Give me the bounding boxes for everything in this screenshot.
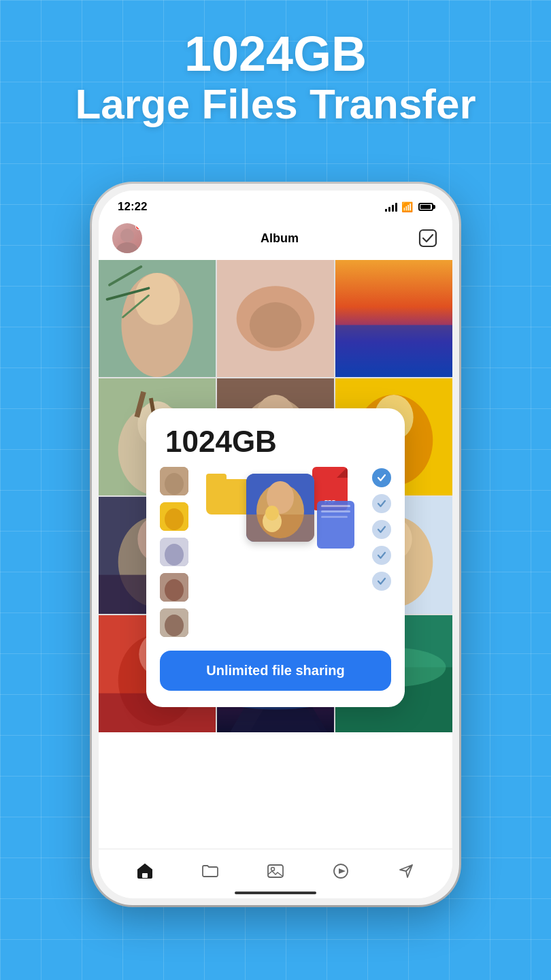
svg-rect-65 xyxy=(142,873,148,878)
card-storage-label: 1024GB xyxy=(160,425,391,459)
svg-point-11 xyxy=(250,302,301,348)
file-icons-area: PDF xyxy=(199,467,361,549)
nav-send[interactable] xyxy=(393,858,420,885)
svg-point-52 xyxy=(165,508,184,530)
svg-rect-2 xyxy=(420,230,436,246)
home-indicator xyxy=(235,892,316,894)
photo-cell-2[interactable] xyxy=(217,260,334,377)
album-title: Album xyxy=(261,231,299,246)
svg-point-0 xyxy=(120,229,134,242)
phone-screen: 12:22 📶 xyxy=(99,191,452,898)
thumbnail-2 xyxy=(160,502,188,531)
header-title-sub: Large Files Transfer xyxy=(0,81,551,127)
signal-icon xyxy=(385,202,397,212)
floating-card: 1024GB xyxy=(146,408,405,707)
svg-point-67 xyxy=(271,868,275,871)
thumbnail-list xyxy=(160,467,188,637)
status-time: 12:22 xyxy=(118,200,147,214)
svg-marker-69 xyxy=(339,868,346,874)
thumbnail-1 xyxy=(160,467,188,495)
thumbnail-5 xyxy=(160,608,188,637)
status-bar: 12:22 📶 xyxy=(99,191,452,219)
avatar[interactable] xyxy=(112,223,142,253)
svg-point-1 xyxy=(116,242,138,253)
photo-cell-3[interactable] xyxy=(335,260,452,377)
app-header: Album xyxy=(99,219,452,260)
svg-point-58 xyxy=(165,615,184,636)
status-icons: 📶 xyxy=(385,201,433,212)
svg-point-56 xyxy=(165,579,184,601)
blue-doc-icon xyxy=(317,501,354,549)
thumbnail-3 xyxy=(160,538,188,566)
wifi-icon: 📶 xyxy=(401,201,413,212)
svg-point-50 xyxy=(165,473,184,495)
check-mark-4 xyxy=(372,546,391,565)
svg-point-54 xyxy=(165,544,184,566)
select-check-icon[interactable] xyxy=(417,227,439,249)
check-mark-2 xyxy=(372,494,391,513)
battery-icon xyxy=(418,203,433,211)
photo-cell-1[interactable] xyxy=(99,260,216,377)
svg-rect-13 xyxy=(335,325,452,377)
header-title-main: 1024GB xyxy=(0,27,551,81)
check-list xyxy=(372,467,391,637)
nav-home[interactable] xyxy=(131,858,158,885)
svg-point-5 xyxy=(135,273,180,325)
svg-point-64 xyxy=(265,506,279,521)
thumbnail-4 xyxy=(160,573,188,602)
nav-photo[interactable] xyxy=(262,858,289,885)
header-section: 1024GB Large Files Transfer xyxy=(0,27,551,127)
photo-card-preview xyxy=(246,474,314,542)
card-content: PDF xyxy=(160,467,391,637)
check-mark-5 xyxy=(372,572,391,591)
unlimited-sharing-button[interactable]: Unlimited file sharing xyxy=(160,651,391,691)
nav-play[interactable] xyxy=(327,858,354,885)
avatar-notification xyxy=(135,223,142,230)
check-mark-3 xyxy=(372,520,391,539)
check-mark-1 xyxy=(372,468,391,487)
nav-folder[interactable] xyxy=(197,858,224,885)
phone-mockup: 12:22 📶 xyxy=(92,184,459,905)
